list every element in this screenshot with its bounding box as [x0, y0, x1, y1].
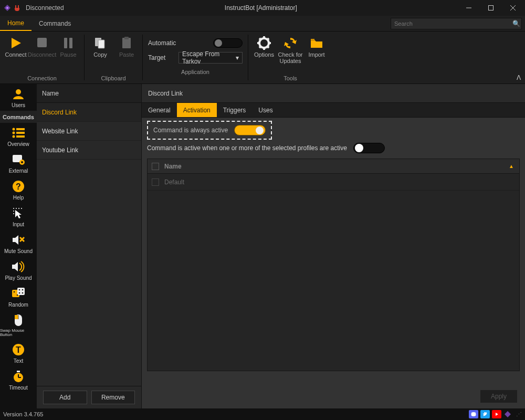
row-checkbox[interactable] [152, 178, 159, 186]
left-nav: Users Commands Overview External ? Help … [0, 84, 37, 408]
main-title: Discord Link [142, 84, 525, 103]
text-icon: T [11, 343, 26, 356]
pause-button[interactable]: Pause [56, 35, 81, 58]
nav-play-sound[interactable]: Play Sound [0, 257, 37, 284]
tab-home[interactable]: Home [0, 16, 32, 31]
nav-overview[interactable]: Overview [0, 123, 37, 150]
nav-text[interactable]: T Text [0, 340, 37, 366]
svg-marker-8 [12, 38, 21, 48]
svg-rect-33 [16, 135, 25, 138]
svg-rect-55 [15, 315, 18, 319]
search-box[interactable]: 🔍 [391, 18, 522, 29]
youtube-icon[interactable] [492, 410, 501, 418]
select-all-checkbox[interactable] [152, 163, 159, 170]
dice-icon [11, 287, 26, 300]
svg-point-44 [13, 213, 14, 214]
ribbon: Connect Disconnect Pause Connection Copy… [0, 32, 525, 84]
plug-icon [13, 4, 22, 12]
copy-button[interactable]: Copy [88, 35, 113, 58]
close-button[interactable] [502, 0, 524, 16]
users-icon [11, 87, 26, 101]
subtabs: General Activation Triggers Uses [142, 103, 525, 118]
target-select[interactable]: Escape From Tarkov ▾ [178, 52, 243, 64]
add-button[interactable]: Add [43, 391, 87, 404]
profile-active-label: Command is active when one or more of th… [147, 144, 347, 152]
svg-rect-9 [37, 38, 47, 47]
svg-point-49 [19, 289, 20, 291]
maximize-button[interactable] [480, 0, 502, 16]
tab-commands[interactable]: Commands [32, 16, 78, 31]
main-panel: Discord Link General Activation Triggers… [142, 84, 525, 408]
automatic-toggle[interactable] [213, 38, 243, 48]
stopwatch-icon [11, 370, 26, 383]
profiles-table: Name ▲ Default [147, 159, 520, 371]
svg-point-42 [21, 208, 22, 209]
paste-button[interactable]: Paste [114, 35, 139, 58]
options-button[interactable]: Options [251, 35, 277, 58]
apply-button[interactable]: Apply [480, 390, 518, 403]
subtab-general[interactable]: General [142, 103, 177, 117]
mouse-icon [11, 313, 26, 327]
sort-indicator: ▲ [509, 163, 514, 169]
svg-point-41 [18, 208, 19, 209]
external-icon [11, 153, 26, 166]
svg-point-30 [13, 132, 15, 134]
paste-icon [119, 36, 134, 50]
nav-random[interactable]: Random [0, 284, 37, 310]
ribbon-collapse[interactable]: ᐱ [517, 74, 521, 81]
minimize-button[interactable] [458, 0, 480, 16]
svg-line-22 [259, 38, 261, 40]
svg-rect-11 [69, 38, 72, 48]
folder-icon [309, 36, 324, 50]
resize-grip[interactable]: ⋰ [516, 411, 522, 418]
check-updates-button[interactable]: Check for Updates [278, 35, 303, 64]
svg-point-50 [22, 292, 24, 294]
svg-marker-63 [496, 413, 498, 416]
nav-input[interactable]: Input [0, 203, 37, 230]
nav-users[interactable]: Users [0, 84, 37, 111]
subtab-uses[interactable]: Uses [252, 103, 279, 117]
twitter-icon[interactable] [480, 410, 490, 418]
profile-active-toggle[interactable] [353, 143, 385, 153]
list-item[interactable]: Youtube Link [37, 141, 141, 160]
disconnect-button[interactable]: Disconnect [29, 35, 55, 58]
nav-commands[interactable]: Commands [0, 111, 37, 123]
discord-icon[interactable] [469, 410, 478, 418]
pause-icon [61, 36, 75, 50]
remove-button[interactable]: Remove [91, 391, 135, 404]
nav-mute-sound[interactable]: Mute Sound [0, 230, 37, 257]
list-item[interactable]: Website Link [37, 122, 141, 141]
stop-icon [35, 36, 49, 50]
svg-rect-26 [311, 39, 314, 41]
connection-status: Disconnected [26, 4, 64, 12]
chevron-down-icon: ▾ [236, 54, 239, 61]
version-label: Version 3.4.765 [3, 411, 43, 417]
nav-swap-mouse[interactable]: Swap Mouse Button [0, 310, 37, 340]
group-clipboard: Clipboard [88, 74, 139, 83]
always-active-toggle[interactable] [234, 125, 266, 135]
always-active-row: Command is always active [147, 121, 272, 140]
svg-point-40 [16, 208, 17, 209]
svg-point-17 [262, 41, 266, 45]
svg-rect-3 [18, 5, 19, 8]
subtab-activation[interactable]: Activation [177, 103, 217, 117]
nav-help[interactable]: ? Help [0, 176, 37, 203]
play-icon [8, 36, 23, 50]
svg-point-39 [13, 208, 14, 209]
table-row[interactable]: Default [148, 174, 519, 191]
subtab-triggers[interactable]: Triggers [217, 103, 253, 117]
app-icon-small[interactable] [503, 410, 512, 418]
search-input[interactable] [391, 20, 511, 27]
svg-line-25 [267, 38, 269, 40]
import-button[interactable]: Import [304, 35, 329, 58]
list-item[interactable]: Discord Link [37, 103, 141, 122]
svg-point-51 [22, 289, 24, 291]
table-header-name[interactable]: Name [164, 163, 503, 170]
connect-button[interactable]: Connect [3, 35, 28, 58]
svg-line-23 [267, 46, 269, 48]
svg-point-27 [16, 89, 21, 94]
automatic-label: Automatic [148, 39, 180, 47]
window-title: InstructBot [Administrator] [64, 4, 458, 12]
nav-timeout[interactable]: Timeout [0, 366, 37, 393]
nav-external[interactable]: External [0, 150, 37, 176]
